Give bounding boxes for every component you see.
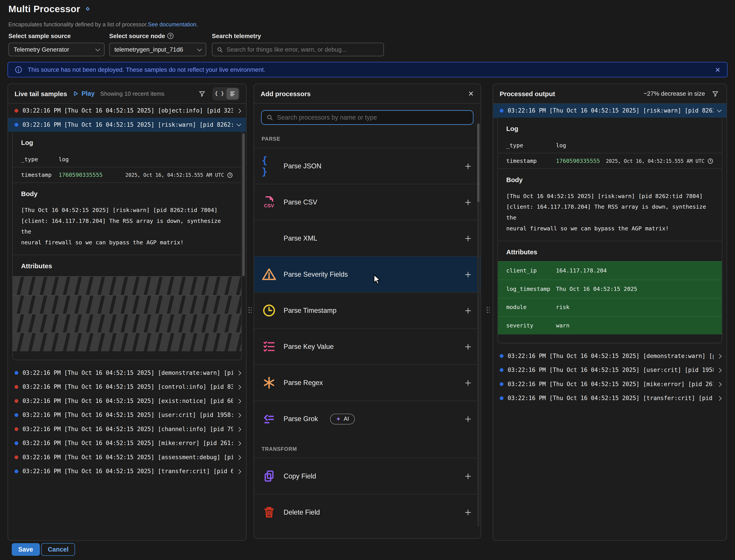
panel-resize-handle[interactable]: [486, 304, 490, 316]
add-processor-button[interactable]: [463, 197, 473, 207]
telemetry-search-input[interactable]: [227, 46, 379, 53]
processor-list: PARSE{ }Parse JSONCSVParse CSVParse XMLP…: [254, 127, 481, 530]
attribute-row[interactable]: client_ip164.117.178.204: [498, 261, 722, 280]
copy-icon: [262, 469, 277, 484]
add-processor-button[interactable]: [463, 233, 473, 243]
type-row: _type log: [498, 138, 722, 153]
log-row-text: 03:22:16 PM [Thu Oct 16 04:52:15 2025] […: [23, 107, 233, 114]
severity-dot: [15, 371, 18, 375]
search-icon: [217, 46, 223, 53]
add-processor-button[interactable]: [463, 305, 473, 315]
chevron-down-icon: [237, 122, 241, 126]
log-row[interactable]: 03:22:16 PM [Thu Oct 16 04:52:15 2025] […: [8, 464, 246, 478]
log-row[interactable]: 03:22:16 PM [Thu Oct 16 04:52:15 2025] […: [493, 363, 726, 377]
list-view-toggle[interactable]: [227, 88, 239, 99]
funnel-icon: [712, 90, 719, 97]
source-node-select[interactable]: telemetrygen_input_71d6: [109, 43, 206, 56]
attribute-row[interactable]: severitywarn: [498, 316, 722, 334]
processor-label: Parse XML: [284, 235, 317, 242]
add-processor-button[interactable]: [463, 471, 473, 481]
log-row[interactable]: 03:22:16 PM [Thu Oct 16 04:52:15 2025] […: [8, 394, 246, 408]
add-processor-button[interactable]: [463, 414, 473, 424]
chevron-down-icon: [717, 108, 722, 112]
add-processor-button[interactable]: [463, 342, 473, 351]
processor-item-parse-json[interactable]: { }Parse JSON: [254, 148, 481, 184]
log-row[interactable]: 03:22:16 PM [Thu Oct 16 04:52:15 2025] […: [493, 391, 726, 405]
panel-resize-handle[interactable]: [249, 304, 252, 316]
processor-item-delete-field[interactable]: Delete Field: [254, 494, 481, 530]
log-row[interactable]: 03:22:16 PM [Thu Oct 16 04:52:15 2025] […: [8, 104, 246, 118]
add-processor-button[interactable]: [463, 269, 473, 279]
processor-item-parse-timestamp[interactable]: Parse Timestamp: [254, 292, 481, 328]
log-row[interactable]: 03:22:16 PM [Thu Oct 16 04:52:15 2025] […: [8, 436, 246, 450]
processor-item-parse-severity-fields[interactable]: Parse Severity Fields: [254, 256, 481, 292]
severity-dot: [15, 469, 18, 473]
cancel-button[interactable]: Cancel: [41, 543, 75, 556]
processor-label: Parse Timestamp: [284, 307, 337, 314]
processor-item-parse-regex[interactable]: Parse Regex: [254, 364, 481, 401]
log-row[interactable]: 03:22:16 PM [Thu Oct 16 04:52:15 2025] […: [493, 377, 726, 391]
processor-item-parse-key-value[interactable]: Parse Key Value: [254, 328, 481, 364]
redacted-attribute-row: [13, 333, 241, 351]
edit-pencil-icon[interactable]: [83, 6, 91, 14]
log-row-text: 03:22:16 PM [Thu Oct 16 04:52:15 2025] […: [23, 398, 233, 404]
log-row-text: 03:22:16 PM [Thu Oct 16 04:52:15 2025] […: [508, 395, 714, 402]
clock-icon[interactable]: [227, 172, 233, 178]
search-icon: [266, 114, 274, 121]
clock-icon[interactable]: [707, 158, 714, 164]
left-panel-scrollbar[interactable]: [243, 133, 245, 276]
log-row[interactable]: 03:22:16 PM [Thu Oct 16 04:52:15 2025] […: [8, 450, 246, 465]
json-view-toggle[interactable]: { }: [213, 88, 225, 99]
attribute-key: client_ip: [506, 267, 556, 274]
processor-scrollbar[interactable]: [477, 123, 479, 202]
log-row[interactable]: 03:22:16 PM [Thu Oct 16 04:52:15 2025] […: [8, 422, 246, 436]
log-row[interactable]: 03:22:16 PM [Thu Oct 16 04:52:15 2025] […: [8, 366, 246, 380]
processor-item-copy-field[interactable]: Copy Field: [254, 458, 481, 494]
search-telemetry-label: Search telemetry: [212, 32, 261, 39]
log-row[interactable]: 03:22:16 PM [Thu Oct 16 04:52:15 2025] […: [493, 104, 726, 118]
save-button[interactable]: Save: [12, 543, 40, 556]
banner-close-icon[interactable]: ✕: [715, 66, 721, 73]
see-documentation-link[interactable]: See documentation.: [148, 21, 198, 28]
filter-button[interactable]: [197, 89, 207, 98]
close-panel-icon[interactable]: ✕: [468, 89, 474, 98]
processor-item-parse-csv[interactable]: CSVParse CSV: [254, 184, 481, 220]
chevron-right-icon: [237, 455, 241, 460]
redacted-attribute-row: [13, 314, 241, 333]
log-row[interactable]: 03:22:16 PM [Thu Oct 16 04:52:15 2025] […: [8, 380, 246, 394]
severity-dot: [500, 396, 503, 400]
attribute-key: severity: [506, 322, 556, 329]
log-row[interactable]: 03:22:16 PM [Thu Oct 16 04:52:15 2025] […: [493, 349, 726, 363]
log-row-text: 03:22:16 PM [Thu Oct 16 04:52:15 2025] […: [508, 367, 714, 373]
attribute-row[interactable]: log_timestampThu Oct 16 04:52:15 2025: [498, 280, 722, 298]
live-tail-title: Live tail samples: [15, 90, 67, 97]
log-row[interactable]: 03:22:16 PM [Thu Oct 16 04:52:15 2025] […: [8, 408, 246, 422]
log-row[interactable]: 03:22:16 PM [Thu Oct 16 04:52:15 2025] […: [8, 118, 246, 132]
log-row-text: 03:22:16 PM [Thu Oct 16 04:52:15 2025] […: [23, 468, 233, 475]
add-processor-button[interactable]: [463, 507, 473, 517]
play-icon: [73, 91, 79, 97]
play-button[interactable]: Play: [73, 90, 95, 97]
processed-detail-card: Log _type log timestamp 1760590335555 20…: [497, 118, 722, 343]
filter-button[interactable]: [711, 89, 720, 98]
attribute-key: module: [506, 304, 556, 311]
ai-badge-text: AI: [344, 416, 349, 422]
list-view-icon: [229, 90, 236, 97]
processor-item-parse-grok[interactable]: Parse Grok✦AI: [254, 401, 481, 437]
help-circle-icon: ?: [167, 33, 174, 39]
clock-icon: [262, 303, 277, 318]
processor-item-parse-xml[interactable]: Parse XML: [254, 220, 481, 256]
processor-search-input[interactable]: [277, 114, 468, 121]
attribute-row[interactable]: modulerisk: [498, 298, 722, 316]
showing-count-label: Showing 10 recent items: [100, 90, 165, 97]
sample-source-select[interactable]: Telemetry Generator: [8, 43, 105, 56]
attribute-key: log_timestamp: [506, 286, 556, 292]
log-row-text: 03:22:16 PM [Thu Oct 16 04:52:15 2025] […: [23, 440, 233, 447]
add-processor-button[interactable]: [463, 161, 473, 171]
add-processor-button[interactable]: [463, 378, 473, 388]
processed-output-panel: Processed output ~27% decrease in size 0…: [492, 84, 727, 541]
chevron-right-icon: [237, 413, 241, 417]
source-node-value: telemetrygen_input_71d6: [115, 46, 198, 53]
info-icon: [15, 66, 23, 74]
attribute-value: risk: [556, 304, 569, 311]
